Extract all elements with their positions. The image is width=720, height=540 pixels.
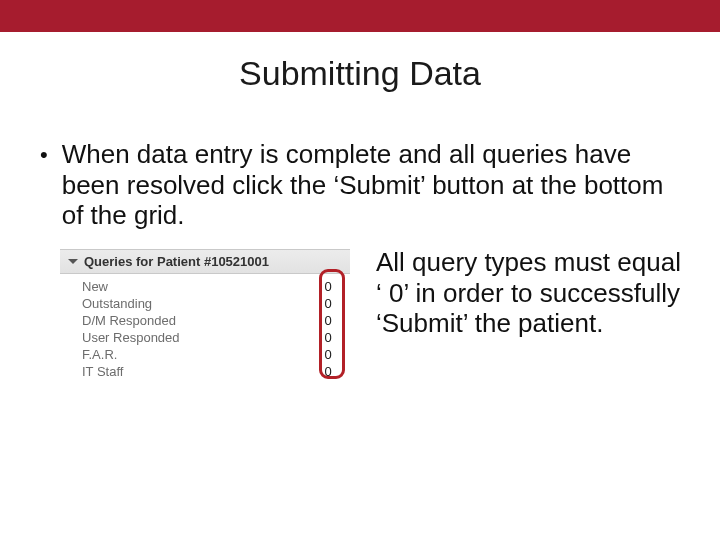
- bullet-dot-icon: •: [40, 141, 48, 170]
- query-value: 0: [316, 330, 340, 345]
- bullet-block: • When data entry is complete and all qu…: [40, 139, 680, 231]
- slide-title: Submitting Data: [0, 54, 720, 93]
- query-value: 0: [316, 296, 340, 311]
- bullet-text: When data entry is complete and all quer…: [62, 139, 680, 231]
- bullet-item: • When data entry is complete and all qu…: [40, 139, 680, 231]
- query-label: New: [82, 279, 108, 294]
- queries-list: New 0 Outstanding 0 D/M Responded 0 User…: [60, 274, 350, 386]
- queries-panel: Queries for Patient #10521001 New 0 Outs…: [60, 249, 350, 386]
- queries-panel-header: Queries for Patient #10521001: [60, 249, 350, 274]
- side-note: All query types must equal ‘ 0’ in order…: [376, 247, 686, 386]
- query-label: User Responded: [82, 330, 180, 345]
- query-value: 0: [316, 279, 340, 294]
- chevron-down-icon: [68, 259, 78, 264]
- query-label: F.A.R.: [82, 347, 117, 362]
- lower-section: Queries for Patient #10521001 New 0 Outs…: [0, 249, 720, 386]
- query-row: IT Staff 0: [82, 363, 340, 380]
- query-row: F.A.R. 0: [82, 346, 340, 363]
- panel-header-text: Queries for Patient #10521001: [84, 254, 269, 269]
- query-label: D/M Responded: [82, 313, 176, 328]
- query-row: User Responded 0: [82, 329, 340, 346]
- query-row: D/M Responded 0: [82, 312, 340, 329]
- header-bar: [0, 0, 720, 32]
- query-row: Outstanding 0: [82, 295, 340, 312]
- query-value: 0: [316, 364, 340, 379]
- query-row: New 0: [82, 278, 340, 295]
- query-value: 0: [316, 347, 340, 362]
- query-value: 0: [316, 313, 340, 328]
- query-label: IT Staff: [82, 364, 123, 379]
- query-label: Outstanding: [82, 296, 152, 311]
